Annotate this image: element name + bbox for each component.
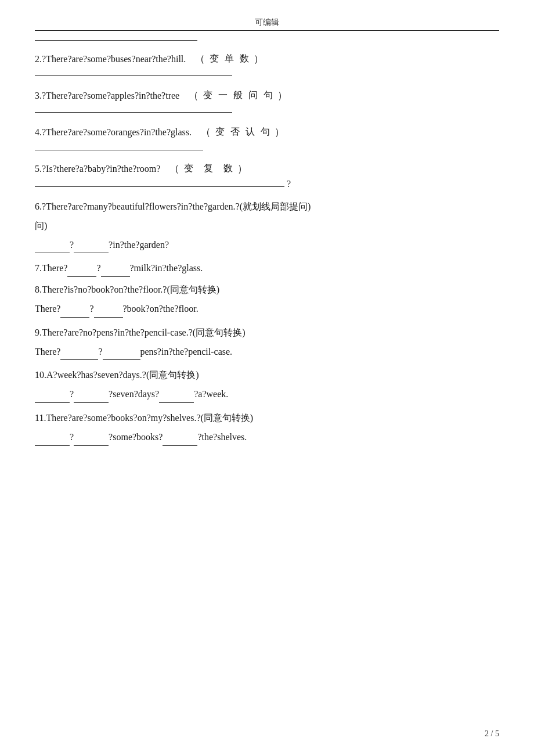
q8-answer: There???book?on?the?floor.	[35, 301, 499, 318]
q3-instruction: （ 变 一 般 问 句 ）	[189, 89, 287, 102]
question-2: 2.?There?are?some?buses?near?the?hill. （…	[35, 52, 499, 80]
page-number: 2 / 5	[485, 729, 499, 739]
top-answer-line	[35, 40, 197, 41]
q10-answer: ??seven?days??a?week.	[35, 386, 499, 403]
q3-answer-line	[35, 112, 232, 113]
q3-text: 3.?There?are?some?apples?in?the?tree	[35, 91, 179, 101]
q2-row: 2.?There?are?some?buses?near?the?hill. （…	[35, 52, 499, 66]
q6-text: 6.?There?are?many?beautiful?flowers?in?t…	[35, 199, 499, 215]
q2-answer-line	[35, 75, 232, 76]
question-5: 5.?Is?there?a?baby?in?the?room? （ 变 复 数 …	[35, 162, 499, 189]
question-8: 8.There?is?no?book?on?the?floor.?(同意句转换)…	[35, 282, 499, 318]
q5-row: 5.?Is?there?a?baby?in?the?room? （ 变 复 数 …	[35, 162, 499, 175]
q4-answer	[35, 142, 499, 153]
q2-instruction: （ 变 单 数 ）	[195, 52, 264, 66]
page-container: 可编辑 2.?There?are?some?buses?near?the?hil…	[0, 0, 534, 756]
page-header: 可编辑	[35, 17, 499, 28]
question-6: 6.?There?are?many?beautiful?flowers?in?t…	[35, 199, 499, 253]
q4-answer-line	[35, 150, 203, 150]
q9-text: 9.There?are?no?pens?in?the?pencil-case.?…	[35, 325, 499, 341]
q11-answer: ??some?books??the?shelves.	[35, 429, 499, 446]
q5-answer: ?	[35, 179, 499, 189]
q5-question-mark: ?	[287, 179, 291, 189]
q5-text: 5.?Is?there?a?baby?in?the?room?	[35, 164, 160, 174]
editable-label: 可编辑	[255, 18, 279, 27]
q9-answer: There??pens?in?the?pencil-case.	[35, 344, 499, 361]
question-4: 4.?There?are?some?oranges?in?the?glass. …	[35, 125, 499, 153]
q6-answer: ??in?the?garden?	[35, 237, 499, 254]
question-7: 7.There???milk?in?the?glass.	[35, 260, 499, 277]
q5-instruction: （ 变 复 数 ）	[169, 162, 247, 175]
question-9: 9.There?are?no?pens?in?the?pencil-case.?…	[35, 325, 499, 361]
question-3: 3.?There?are?some?apples?in?the?tree （ 变…	[35, 89, 499, 116]
q7-text: 7.There???milk?in?the?glass.	[35, 260, 499, 277]
question-11: 11.There?are?some?books?on?my?shelves.?(…	[35, 410, 499, 446]
q4-instruction: （ 变 否 认 句 ）	[201, 125, 284, 139]
question-10: 10.A?week?has?seven?days.?(同意句转换) ??seve…	[35, 367, 499, 403]
q11-text: 11.There?are?some?books?on?my?shelves.?(…	[35, 410, 499, 427]
q8-text: 8.There?is?no?book?on?the?floor.?(同意句转换)	[35, 282, 499, 298]
q2-text: 2.?There?are?some?buses?near?the?hill.	[35, 54, 186, 64]
header-divider	[35, 30, 499, 31]
q3-answer	[35, 106, 499, 116]
q3-row: 3.?There?are?some?apples?in?the?tree （ 变…	[35, 89, 499, 102]
q6-note: 问)	[35, 218, 499, 235]
q5-answer-line	[35, 186, 284, 187]
q4-row: 4.?There?are?some?oranges?in?the?glass. …	[35, 125, 499, 139]
q10-text: 10.A?week?has?seven?days.?(同意句转换)	[35, 367, 499, 384]
q2-answer	[35, 69, 499, 80]
q4-text: 4.?There?are?some?oranges?in?the?glass.	[35, 127, 192, 138]
